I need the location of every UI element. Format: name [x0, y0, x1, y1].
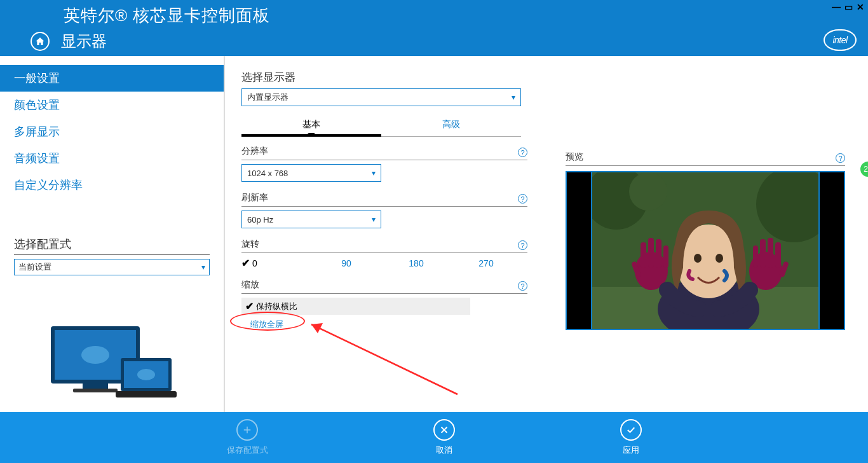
preview-box: [566, 171, 845, 330]
close-button[interactable]: ✕: [857, 3, 864, 11]
help-icon[interactable]: ?: [836, 153, 845, 163]
app-title: 英特尔® 核芯显卡控制面板: [64, 4, 270, 27]
sidebar-item-customres[interactable]: 自定义分辨率: [0, 172, 224, 198]
sidebar-item-audio[interactable]: 音频设置: [0, 145, 224, 172]
rotation-option-270[interactable]: 270: [451, 257, 521, 269]
chevron-down-icon: ▾: [372, 169, 376, 177]
help-icon[interactable]: ?: [518, 148, 527, 157]
body: 一般设置 颜色设置 多屏显示 音频设置 自定义分辨率 选择配置式 当前设置 ▾: [0, 56, 868, 412]
resolution-block: 分辨率 ? 1024 x 768 ▾: [241, 146, 527, 182]
intel-logo: intel: [824, 29, 857, 51]
svg-rect-22: [663, 245, 668, 268]
window-controls: — ▭ ✕: [832, 3, 864, 11]
svg-rect-27: [768, 238, 773, 268]
chevron-down-icon: ▾: [512, 93, 515, 102]
sidebar-item-color[interactable]: 颜色设置: [0, 92, 224, 118]
profile-select[interactable]: 当前设置 ▾: [14, 259, 210, 275]
svg-point-7: [137, 369, 155, 380]
sidebar-item-label: 自定义分辨率: [14, 179, 83, 191]
rotation-label: 旋转: [241, 238, 259, 250]
plus-icon: [236, 419, 258, 441]
sidebar-item-label: 一般设置: [14, 72, 60, 85]
check-icon: [620, 419, 642, 441]
preview-image: [591, 172, 820, 329]
rotation-option-0[interactable]: ✔0: [241, 257, 311, 269]
svg-rect-26: [760, 239, 766, 268]
chevron-down-icon: ▾: [201, 263, 205, 272]
refresh-block: 刷新率 ? 60p Hz ▾: [241, 192, 527, 228]
help-icon[interactable]: ?: [518, 240, 527, 250]
profile-value: 当前设置: [18, 261, 51, 273]
svg-rect-3: [83, 384, 108, 389]
svg-rect-8: [116, 391, 177, 397]
resolution-value: 1024 x 768: [247, 169, 288, 178]
footer: 保存配置式 取消 应用: [0, 412, 868, 463]
tab-label: 高级: [442, 119, 460, 129]
profile-label: 选择配置式: [14, 237, 210, 255]
sidebar-item-label: 多屏显示: [14, 125, 60, 138]
scaling-option-fullscreen[interactable]: 缩放全屏: [250, 319, 283, 330]
maximize-button[interactable]: ▭: [844, 3, 853, 11]
settings-column: 选择显示器 内置显示器 ▾ 基本 高级 分辨率 ? 1024 x 768 ▾: [241, 70, 527, 412]
display-illustration: [44, 323, 178, 406]
tab-basic[interactable]: 基本: [241, 119, 381, 137]
chevron-down-icon: ▾: [372, 215, 376, 224]
tab-label: 基本: [302, 119, 320, 129]
footer-label: 保存配置式: [227, 445, 268, 456]
refresh-label: 刷新率: [241, 192, 268, 204]
rotation-opt-label: 0: [252, 258, 257, 268]
check-icon: ✔: [245, 300, 254, 312]
svg-point-17: [715, 254, 723, 263]
scaling-block: 缩放 ? ✔ 保持纵横比 缩放全屏: [241, 279, 527, 330]
rotation-option-90[interactable]: 90: [311, 257, 381, 269]
tab-advanced[interactable]: 高级: [381, 119, 521, 137]
footer-label: 应用: [623, 445, 639, 456]
minimize-button[interactable]: —: [832, 3, 841, 11]
cancel-button[interactable]: 取消: [433, 419, 455, 456]
sidebar-item-label: 颜色设置: [14, 99, 60, 111]
svg-point-16: [694, 254, 702, 263]
sidebar: 一般设置 颜色设置 多屏显示 音频设置 自定义分辨率 选择配置式 当前设置 ▾: [0, 56, 224, 412]
svg-rect-20: [648, 238, 654, 268]
scaling-opt-label: 保持纵横比: [256, 301, 297, 312]
main: 选择显示器 内置显示器 ▾ 基本 高级 分辨率 ? 1024 x 768 ▾: [225, 56, 868, 412]
svg-point-13: [629, 172, 667, 211]
rotation-opt-label: 90: [341, 258, 351, 268]
scaling-option-aspect[interactable]: ✔ 保持纵横比: [241, 298, 470, 315]
refresh-value: 60p Hz: [247, 215, 273, 225]
svg-rect-25: [753, 245, 758, 268]
rotation-opt-label: 270: [478, 258, 493, 268]
svg-rect-21: [656, 239, 661, 268]
svg-rect-4: [73, 389, 118, 392]
svg-rect-28: [775, 242, 781, 268]
footer-label: 取消: [436, 445, 452, 456]
home-icon[interactable]: [31, 32, 50, 51]
header: 英特尔® 核芯显卡控制面板 — ▭ ✕ 显示器 intel: [0, 0, 868, 56]
select-display-value: 内置显示器: [247, 92, 288, 103]
apply-button[interactable]: 应用: [620, 419, 642, 456]
profile-block: 选择配置式 当前设置 ▾: [14, 237, 210, 275]
select-display-dropdown[interactable]: 内置显示器 ▾: [241, 88, 521, 106]
rotation-block: 旋转 ? ✔0 90 180 270: [241, 238, 527, 269]
rotation-opt-label: 180: [409, 258, 423, 268]
close-icon: [433, 419, 455, 441]
sidebar-item-general[interactable]: 一般设置: [0, 65, 224, 92]
rotation-option-180[interactable]: 180: [381, 257, 451, 269]
help-icon[interactable]: ?: [518, 281, 527, 291]
save-profile-button[interactable]: 保存配置式: [227, 419, 268, 456]
tab-bar: 基本 高级: [241, 119, 521, 137]
sidebar-item-label: 音频设置: [14, 152, 60, 165]
scaling-label: 缩放: [241, 279, 259, 291]
resolution-label: 分辨率: [241, 146, 268, 157]
select-display-label: 选择显示器: [241, 70, 527, 85]
sidebar-item-multidisplay[interactable]: 多屏显示: [0, 118, 224, 145]
help-icon[interactable]: ?: [518, 194, 527, 204]
section-title: 显示器: [61, 31, 107, 52]
refresh-dropdown[interactable]: 60p Hz ▾: [241, 211, 381, 228]
preview-label: 预览: [566, 151, 583, 163]
svg-rect-19: [641, 242, 646, 268]
resolution-dropdown[interactable]: 1024 x 768 ▾: [241, 164, 381, 182]
svg-point-2: [81, 346, 109, 364]
preview-column: 预览 ?: [566, 70, 851, 412]
check-icon: ✔: [241, 257, 250, 269]
